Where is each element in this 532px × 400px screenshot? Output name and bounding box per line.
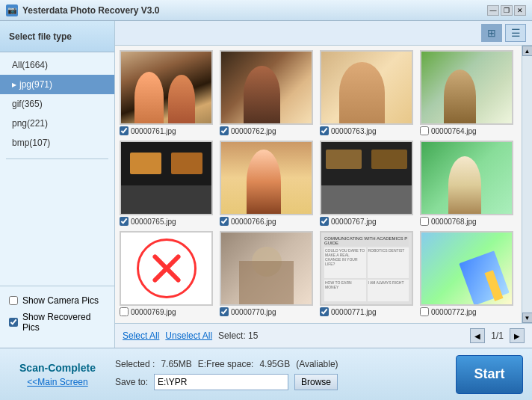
title-bar-left: 📷 Yesterdata Photo Recovery V3.0 (6, 4, 159, 16)
next-page-button[interactable]: ▶ (510, 328, 525, 343)
photo-label: 00000770.jpg (220, 307, 276, 316)
main-container: Select file type All(1664) ▶ jpg(971) gi… (0, 21, 532, 400)
save-to-input[interactable] (154, 374, 288, 390)
photo-item: 00000770.jpg (220, 231, 317, 319)
photo-thumb[interactable] (220, 231, 313, 306)
status-bar: Scan-Complete <<Main Screen Selected : 7… (0, 348, 532, 400)
photo-thumb[interactable] (120, 141, 213, 215)
show-camera-row[interactable]: Show Camera Pics (9, 295, 105, 306)
status-middle: Selected : 7.65MB E:Free space: 4.95GB (… (115, 359, 447, 390)
photo-thumb[interactable] (420, 231, 513, 306)
photo-checkbox[interactable] (120, 307, 129, 316)
photo-label: 00000766.jpg (220, 217, 276, 226)
show-recovered-checkbox[interactable] (9, 318, 18, 327)
save-to-label: Save to: (115, 377, 148, 387)
photo-label: 00000764.jpg (420, 126, 477, 135)
photo-checkbox[interactable] (220, 217, 229, 226)
content-area: Select file type All(1664) ▶ jpg(971) gi… (0, 21, 532, 348)
window-controls: — ❐ ✕ (487, 5, 526, 16)
app-icon: 📷 (6, 4, 18, 16)
photo-item: 00000761.jpg (120, 50, 217, 138)
show-camera-checkbox[interactable] (9, 296, 18, 305)
photo-item: 00000767.jpg (320, 141, 417, 228)
free-space-label: E:Free space: (198, 359, 254, 369)
save-to-row: Save to: Browse (115, 374, 447, 390)
photo-checkbox[interactable] (420, 217, 429, 226)
photo-item: 00000769.jpg (120, 231, 217, 319)
photo-label: 00000762.jpg (220, 126, 276, 135)
grid-view-button[interactable]: ⊞ (481, 24, 502, 42)
photo-checkbox[interactable] (120, 126, 129, 135)
photo-thumb[interactable] (220, 141, 313, 215)
filetype-png[interactable]: png(221) (0, 114, 114, 133)
scan-complete-text: Scan-Complete (19, 362, 96, 374)
list-view-button[interactable]: ☰ (505, 24, 526, 42)
photo-checkbox[interactable] (220, 307, 229, 316)
main-screen-link[interactable]: <<Main Screen (27, 377, 87, 387)
scroll-up-button[interactable]: ▲ (522, 46, 533, 56)
active-arrow: ▶ (12, 81, 16, 88)
free-space-value: 4.95GB (259, 359, 290, 369)
sidebar: Select file type All(1664) ▶ jpg(971) gi… (0, 21, 115, 348)
photo-thumb[interactable] (420, 141, 513, 215)
filetype-gif[interactable]: gif(365) (0, 94, 114, 114)
selected-size: 7.65MB (161, 359, 191, 369)
filetype-bmp-label: bmp(107) (12, 138, 50, 148)
show-recovered-label: Show Recovered Pics (22, 312, 105, 333)
photo-label: 00000769.jpg (120, 307, 176, 316)
photo-label: 00000767.jpg (320, 217, 377, 226)
filetype-all[interactable]: All(1664) (0, 55, 114, 75)
photo-thumb[interactable] (320, 141, 413, 215)
photo-item: 00000765.jpg (120, 141, 217, 228)
restore-button[interactable]: ❐ (501, 5, 513, 16)
unselect-all-link[interactable]: Unselect All (165, 330, 212, 341)
close-button[interactable]: ✕ (514, 5, 526, 16)
title-bar: 📷 Yesterdata Photo Recovery V3.0 — ❐ ✕ (0, 0, 532, 21)
select-all-link[interactable]: Select All (123, 330, 159, 341)
show-recovered-row[interactable]: Show Recovered Pics (9, 312, 105, 333)
photo-item: 00000764.jpg (420, 50, 517, 138)
filetype-gif-label: gif(365) (12, 99, 43, 109)
filetype-bmp[interactable]: bmp(107) (0, 133, 114, 153)
photo-thumb[interactable] (120, 50, 213, 125)
selected-label: Selected : (115, 359, 155, 369)
filetype-all-label: All(1664) (12, 60, 48, 70)
photo-label: 00000768.jpg (420, 217, 477, 226)
pagination-bar: Select All Unselect All Select: 15 ◀ 1/1… (115, 323, 532, 348)
photo-thumb[interactable] (120, 231, 213, 306)
photo-checkbox[interactable] (320, 126, 329, 135)
browse-button[interactable]: Browse (294, 374, 338, 390)
photo-checkbox[interactable] (320, 217, 329, 226)
status-left: Scan-Complete <<Main Screen (9, 362, 106, 387)
photo-area: ⊞ ☰ 00000761. (115, 21, 532, 348)
prev-page-button[interactable]: ◀ (470, 328, 485, 343)
sidebar-separator (6, 159, 108, 159)
photo-label: 00000772.jpg (420, 307, 477, 316)
sidebar-header: Select file type (0, 21, 114, 52)
photo-item: 00000762.jpg (220, 50, 317, 138)
photo-checkbox[interactable] (420, 307, 429, 316)
photo-item: 00000768.jpg (420, 141, 517, 228)
photo-thumb[interactable] (220, 50, 313, 125)
photo-thumb[interactable] (320, 50, 413, 125)
photo-grid: 00000761.jpg 00000762.jpg (115, 46, 522, 323)
photo-checkbox[interactable] (320, 307, 329, 316)
minimize-button[interactable]: — (487, 5, 499, 16)
photo-checkbox[interactable] (120, 217, 129, 226)
start-button[interactable]: Start (456, 355, 523, 394)
photo-thumb[interactable]: COMMUNICATING WITH ACADEMICS P GUIDE COU… (320, 231, 413, 306)
photo-checkbox[interactable] (420, 126, 429, 135)
scroll-down-button[interactable]: ▼ (522, 313, 533, 323)
photo-label: 00000765.jpg (120, 217, 176, 226)
sidebar-options: Show Camera Pics Show Recovered Pics (0, 286, 114, 348)
page-info: 1/1 (488, 330, 507, 341)
right-scrollbar[interactable]: ▲ ▼ (522, 46, 532, 323)
photo-toolbar: ⊞ ☰ (115, 21, 532, 46)
selected-info-row: Selected : 7.65MB E:Free space: 4.95GB (… (115, 359, 447, 369)
filetype-jpg[interactable]: ▶ jpg(971) (0, 75, 114, 94)
photo-item: 00000763.jpg (320, 50, 417, 138)
photo-thumb[interactable] (420, 50, 513, 125)
filetype-png-label: png(221) (12, 118, 48, 129)
filetype-jpg-label: jpg(971) (19, 79, 52, 90)
photo-checkbox[interactable] (220, 126, 229, 135)
